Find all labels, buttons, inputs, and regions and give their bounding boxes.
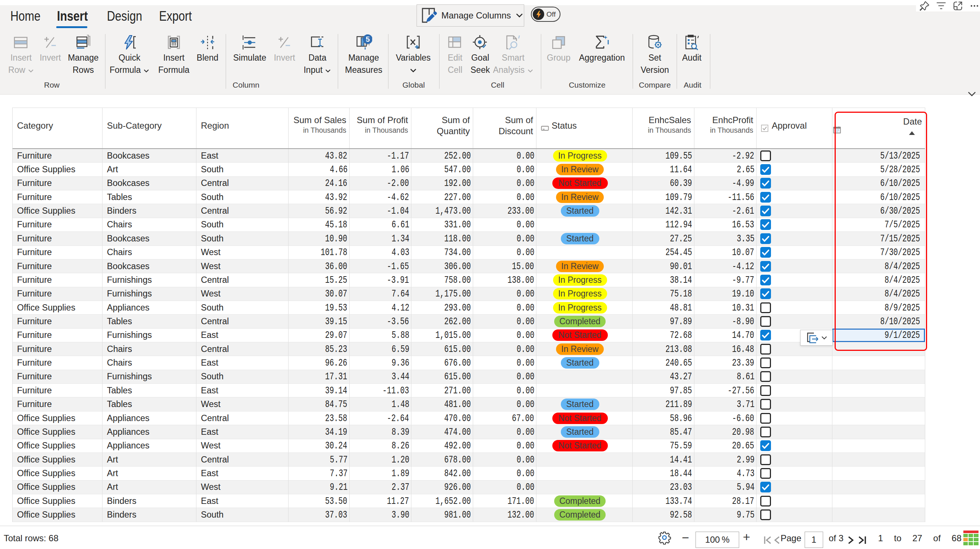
svg-text:5: 5 [366,35,369,43]
